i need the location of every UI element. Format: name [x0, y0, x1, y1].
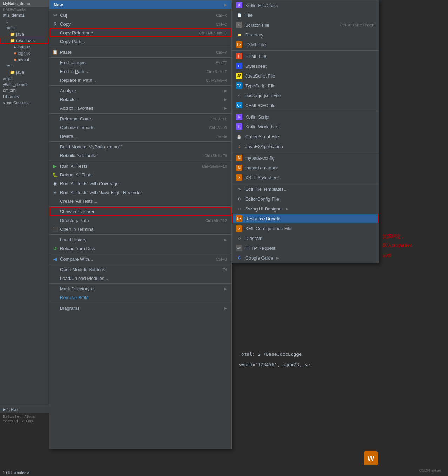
- tree-item-java[interactable]: 📁java: [0, 31, 49, 38]
- menu-item-run-coverage[interactable]: ◉ Run 'All Tests' with Coverage: [49, 179, 231, 188]
- time-label: 1 (18 minutes a: [3, 470, 29, 475]
- submenu-label-javafx: JavaFXApplication: [245, 144, 283, 149]
- submenu-item-cfml[interactable]: CF CFML/CFC file: [232, 100, 379, 110]
- submenu-item-coffeescript[interactable]: ☕ CoffeeScript File: [232, 132, 379, 141]
- submenu-item-json[interactable]: {} package.json File: [232, 90, 379, 100]
- submenu-label-kotlin-class: Kotlin File/Class: [245, 3, 278, 8]
- tree-item-demo1[interactable]: atis_demo1: [0, 12, 49, 19]
- tree-item-consoles[interactable]: s and Consoles: [0, 100, 49, 106]
- menu-item-debug-tests[interactable]: 🐛 Debug 'All Tests': [49, 170, 231, 179]
- menu-item-new[interactable]: New ▶: [49, 0, 231, 9]
- submenu-item-javafx[interactable]: J JavaFXApplication: [232, 141, 379, 151]
- submenu-item-fxml[interactable]: FX FXML File: [232, 40, 379, 49]
- submenu-item-mybatis-mapper[interactable]: M mybatis-mapper: [232, 163, 379, 173]
- separator-13: [49, 303, 231, 303]
- menu-item-remove-bom[interactable]: Remove BOM: [49, 293, 231, 302]
- menu-label-run-tests: Run 'All Tests': [60, 163, 88, 169]
- menu-item-delete[interactable]: Delete... Delete: [49, 132, 231, 141]
- menu-item-find-usages[interactable]: Find Usages Alt+F7: [49, 58, 231, 67]
- submenu-item-http-request[interactable]: API HTTP Request: [232, 243, 379, 253]
- menu-item-add-favorites[interactable]: Add to Favorites ▶: [49, 104, 231, 113]
- menu-label-diagrams: Diagrams: [60, 306, 80, 311]
- menu-item-show-explorer[interactable]: Show in Explorer: [49, 207, 231, 216]
- run-tab[interactable]: ▶ 4: Run: [3, 407, 18, 412]
- menu-item-find-in-path[interactable]: Find in Path... Ctrl+Shift+F: [49, 67, 231, 76]
- menu-label-reload-disk: Reload from Disk: [60, 246, 95, 251]
- submenu-item-xml-config[interactable]: X XML Configuration File: [232, 223, 379, 233]
- submenu-item-ts[interactable]: TS TypeScript File: [232, 81, 379, 90]
- tree-item-mybatis-demo1[interactable]: yBatis_demo1.: [0, 82, 49, 87]
- menu-item-diagrams[interactable]: Diagrams ▶: [49, 304, 231, 313]
- reload-icon: ↺: [52, 246, 58, 252]
- menu-item-refactor[interactable]: Refactor ▶: [49, 95, 231, 104]
- menu-item-copy-reference[interactable]: Copy Reference Ctrl+Alt+Shift+C: [49, 28, 231, 37]
- menu-item-analyze[interactable]: Analyze ▶: [49, 86, 231, 95]
- submenu-label-editorconfig: EditorConfig File: [245, 196, 279, 202]
- separator-12: [49, 283, 231, 284]
- submenu-item-edit-file-templates[interactable]: ✎ Edit File Templates...: [232, 184, 379, 194]
- xslt-icon: X: [236, 174, 242, 181]
- tree-item-test[interactable]: test: [0, 63, 49, 69]
- file-tree: MyBatis_demo D:\IDEA\works atis_demo1 c …: [0, 0, 49, 476]
- menu-arrow-new: ▶: [224, 3, 227, 7]
- compare-icon: ◀: [52, 256, 58, 262]
- menu-item-reformat[interactable]: Reformat Code Ctrl+Alt+L: [49, 114, 231, 123]
- annotation-resource-binding: 资源绑定，: [382, 233, 405, 240]
- menu-item-replace-in-path[interactable]: Replace in Path... Ctrl+Shift+R: [49, 76, 231, 85]
- tree-item-log4j[interactable]: ■ log4j.x: [0, 50, 49, 56]
- menu-item-rebuild[interactable]: Rebuild '<default>' Ctrl+Shift+F9: [49, 151, 231, 160]
- submenu-item-swing-ui[interactable]: □ Swing UI Designer ▶: [232, 204, 379, 214]
- menu-item-local-history[interactable]: Local History ▶: [49, 235, 231, 244]
- tree-item-resources[interactable]: 📁resources: [0, 38, 49, 44]
- submenu-item-editorconfig[interactable]: ⚙ EditorConfig File: [232, 194, 379, 204]
- tree-item-target[interactable]: arget: [0, 75, 49, 82]
- editorconfig-icon: ⚙: [236, 196, 242, 202]
- menu-item-directory-path[interactable]: Directory Path Ctrl+Alt+F12: [49, 216, 231, 225]
- submenu-item-file[interactable]: 📄 File: [232, 10, 379, 20]
- tree-item-java2[interactable]: 📁java: [0, 69, 49, 75]
- submenu-item-google-guice[interactable]: G Google Guice ▶: [232, 253, 379, 263]
- submenu-item-kotlin-worksheet[interactable]: K Kotlin Worksheet: [232, 122, 379, 132]
- tree-item-pom[interactable]: om.xml: [0, 87, 49, 94]
- json-icon: {}: [236, 92, 242, 99]
- submenu-item-directory[interactable]: 📁 Directory: [232, 30, 379, 40]
- tree-item-main[interactable]: main: [0, 25, 49, 31]
- menu-item-reload-disk[interactable]: ↺ Reload from Disk: [49, 244, 231, 253]
- submenu-item-scratch[interactable]: S Scratch File Ctrl+Alt+Shift+Insert: [232, 20, 379, 30]
- submenu-item-kotlin-class[interactable]: K Kotlin File/Class: [232, 0, 379, 10]
- menu-item-optimize-imports[interactable]: Optimize Imports Ctrl+Alt+O: [49, 123, 231, 132]
- menu-label-mark-dir: Mark Directory as: [60, 286, 96, 291]
- menu-item-mark-dir[interactable]: Mark Directory as ▶: [49, 284, 231, 293]
- menu-item-copy-path[interactable]: Copy Path...: [49, 37, 231, 46]
- menu-label-replace-in-path: Replace in Path...: [60, 78, 96, 83]
- submenu-item-kotlin-script[interactable]: K Kotlin Script: [232, 112, 379, 122]
- submenu-item-mybatis-config[interactable]: M mybatis-config: [232, 153, 379, 163]
- tree-item-c[interactable]: c: [0, 19, 49, 25]
- submenu-item-stylesheet[interactable]: C Stylesheet: [232, 61, 379, 71]
- menu-label-rebuild: Rebuild '<default>': [60, 153, 98, 158]
- submenu-label-xml-config: XML Configuration File: [245, 226, 292, 231]
- menu-label-build-module: Build Module 'MyBatis_demo1': [60, 144, 122, 149]
- file-tree-header: MyBatis_demo: [0, 0, 49, 7]
- menu-item-compare[interactable]: ◀ Compare With... Ctrl+D: [49, 255, 231, 263]
- tree-item-libraries[interactable]: Libraries: [0, 94, 49, 100]
- menu-item-create-tests[interactable]: Create 'All Tests'...: [49, 197, 231, 206]
- submenu-item-js[interactable]: JS JavaScript File: [232, 71, 379, 81]
- menu-item-run-tests[interactable]: ▶ Run 'All Tests' Ctrl+Shift+F10: [49, 162, 231, 170]
- submenu-item-resource-bundle[interactable]: RB Resource Bundle: [232, 214, 379, 223]
- paste-icon: 📋: [52, 49, 58, 55]
- submenu-item-html[interactable]: H HTML File: [232, 51, 379, 61]
- menu-item-load-modules[interactable]: Load/Unload Modules...: [49, 274, 231, 283]
- menu-item-build-module[interactable]: Build Module 'MyBatis_demo1': [49, 142, 231, 151]
- menu-item-cut[interactable]: ✂ Cut Ctrl+X: [49, 11, 231, 20]
- tree-item-mybat[interactable]: ■ mybat: [0, 56, 49, 63]
- shortcut-reformat: Ctrl+Alt+L: [210, 117, 227, 121]
- menu-item-open-terminal[interactable]: ⬛ Open in Terminal: [49, 225, 231, 234]
- menu-item-module-settings[interactable]: Open Module Settings F4: [49, 265, 231, 274]
- tree-item-mappe[interactable]: ▸ mappe: [0, 44, 49, 50]
- menu-item-run-flight[interactable]: ◈ Run 'All Tests' with 'Java Flight Reco…: [49, 188, 231, 197]
- menu-item-copy[interactable]: ⎘ Copy Ctrl+C: [49, 20, 231, 28]
- submenu-item-diagram[interactable]: ◇ Diagram: [232, 233, 379, 243]
- menu-item-paste[interactable]: 📋 Paste Ctrl+V: [49, 48, 231, 56]
- submenu-item-xslt[interactable]: X XSLT Stylesheet: [232, 173, 379, 182]
